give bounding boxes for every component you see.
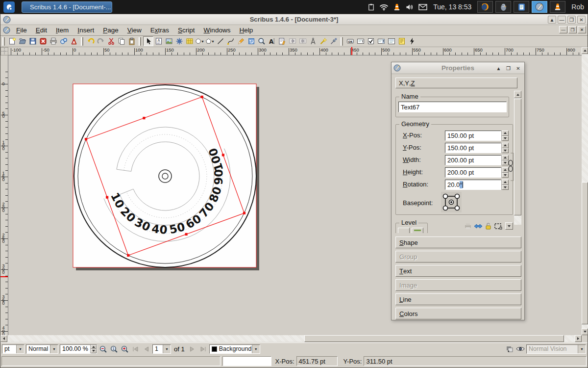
menu-windows[interactable]: Windows <box>200 26 235 35</box>
mdi-minimize-button[interactable]: — <box>559 26 567 33</box>
pidgin-icon[interactable] <box>495 1 511 13</box>
selection-handle[interactable] <box>222 154 224 156</box>
scribus-icon[interactable] <box>532 1 547 13</box>
new-document-icon[interactable] <box>7 36 17 46</box>
export-pdf-icon[interactable]: A <box>69 36 79 46</box>
pdf-text-field-icon[interactable] <box>355 36 366 46</box>
toolbar-handle[interactable] <box>81 37 83 46</box>
insert-image-frame-icon[interactable] <box>164 36 174 46</box>
paste-icon[interactable] <box>126 36 137 46</box>
insert-text-frame-icon[interactable]: A <box>153 36 164 46</box>
vision-combo[interactable]: Normal Vision▼ <box>526 344 586 354</box>
insert-bezier-curve-icon[interactable] <box>225 36 236 46</box>
next-page-icon[interactable] <box>188 344 197 354</box>
close-document-icon[interactable] <box>38 36 48 46</box>
geometry-input-ypos[interactable]: 150.00 pt <box>445 143 509 153</box>
lock-icon[interactable] <box>485 222 492 230</box>
previous-page-icon[interactable] <box>142 344 151 354</box>
vertical-scrollbar-thumb[interactable] <box>582 182 588 324</box>
toolbar-handle[interactable] <box>341 37 343 46</box>
taskbar-window-button[interactable]: Scribus 1.4.6 - [Document-... <box>22 1 112 13</box>
firefox-icon[interactable] <box>477 1 493 13</box>
volume-icon[interactable] <box>405 3 414 11</box>
close-icon[interactable]: ✕ <box>514 64 522 72</box>
insert-line-icon[interactable] <box>215 36 225 46</box>
eye-dropper-icon[interactable] <box>328 36 339 46</box>
geometry-input-width[interactable]: 200.00 pt <box>445 155 509 165</box>
pdf-link-annotation-icon[interactable] <box>407 36 417 46</box>
mdi-restore-button[interactable]: ❐ <box>568 26 577 33</box>
insert-render-frame-icon[interactable] <box>174 36 184 46</box>
menu-script[interactable]: Script <box>174 26 199 35</box>
section-shape[interactable]: Shape <box>395 237 521 248</box>
toolbar-handle[interactable] <box>2 37 5 46</box>
menu-view[interactable]: View <box>123 26 146 35</box>
horizontal-scrollbar-thumb[interactable] <box>304 335 564 342</box>
edit-contents-icon[interactable]: A <box>267 36 277 46</box>
vlc-cone-icon[interactable] <box>550 1 565 13</box>
vlc-icon[interactable] <box>393 3 401 11</box>
restore-button[interactable]: ❐ <box>567 16 576 24</box>
last-page-icon[interactable] <box>198 344 208 354</box>
zoom-100-icon[interactable]: 1 <box>109 344 119 354</box>
wifi-icon[interactable] <box>379 3 389 11</box>
preview-quality-icon[interactable] <box>505 344 514 354</box>
menu-page[interactable]: Page <box>99 26 122 35</box>
first-page-icon[interactable] <box>131 344 140 354</box>
basepoint-selector[interactable] <box>441 192 462 212</box>
zoom-level-spinbox[interactable]: 100.00 % <box>60 344 97 354</box>
pdf-push-button-icon[interactable]: OK <box>345 36 355 46</box>
print-document-icon[interactable] <box>48 36 58 46</box>
insert-table-icon[interactable] <box>184 36 195 46</box>
vertical-ruler[interactable]: 050100150200250300350400 <box>0 55 8 335</box>
selection-handle[interactable] <box>143 117 145 119</box>
selection-handle[interactable] <box>85 138 87 140</box>
measurements-icon[interactable] <box>308 36 318 46</box>
taskbar-clock[interactable]: Tue, 13 8:53 <box>433 3 471 11</box>
lock-size-icon[interactable] <box>494 223 502 230</box>
page-number-combo[interactable]: 1▼ <box>152 344 171 354</box>
selection-handle[interactable] <box>106 196 108 198</box>
clipboard-icon[interactable] <box>368 3 375 11</box>
scroll-up-button[interactable] <box>582 47 588 54</box>
menu-edit[interactable]: Edit <box>32 26 51 35</box>
ruler-origin-widget[interactable] <box>0 47 8 55</box>
preview-mode-eye-icon[interactable] <box>515 344 525 354</box>
menu-item[interactable]: Item <box>52 26 73 35</box>
section-line[interactable]: Line <box>395 293 521 305</box>
rotate-item-icon[interactable] <box>246 36 256 46</box>
pdf-check-box-icon[interactable] <box>366 36 376 46</box>
horizontal-ruler[interactable]: -100-50050100150200250300350400450500550… <box>8 47 582 55</box>
redo-icon[interactable] <box>96 36 106 46</box>
geometry-input-xpos[interactable]: 150.00 pt <box>445 131 509 141</box>
pdf-combo-box-icon[interactable] <box>376 36 386 46</box>
section-text[interactable]: Text <box>395 265 521 277</box>
maximize-icon[interactable]: ❐ <box>504 64 513 72</box>
pdf-text-annotation-icon[interactable] <box>396 36 407 46</box>
menu-extras[interactable]: Extras <box>147 26 173 35</box>
scroll-down-button[interactable] <box>582 328 588 335</box>
selection-handle[interactable] <box>201 96 203 98</box>
panel-scroll-up-button[interactable] <box>514 91 521 98</box>
geometry-input-rotation[interactable]: 20.0 ° <box>445 180 509 190</box>
menu-file[interactable]: File <box>12 26 31 35</box>
zoom-out-icon[interactable] <box>98 344 108 354</box>
copy-icon[interactable] <box>116 36 126 46</box>
mail-icon[interactable] <box>418 4 427 10</box>
printing-disabled-icon[interactable] <box>464 222 472 230</box>
quality-combo[interactable]: Normal▼ <box>26 344 58 354</box>
geometry-input-height[interactable]: 200.00 pt <box>445 167 509 178</box>
insert-polygon-icon[interactable]: ▼ <box>205 36 215 46</box>
insert-freehand-line-icon[interactable] <box>236 36 246 46</box>
insert-shape-icon[interactable]: ▼ <box>195 36 205 46</box>
zoom-tool-icon[interactable] <box>256 36 267 46</box>
scroll-right-button[interactable] <box>575 335 582 342</box>
close-button[interactable]: ✕ <box>577 16 586 24</box>
layer-combo[interactable]: Background▼ <box>209 344 260 354</box>
documents-icon[interactable] <box>514 1 529 13</box>
preflight-verifier-icon[interactable] <box>58 36 69 46</box>
menu-insert[interactable]: Insert <box>74 26 98 35</box>
copy-item-properties-icon[interactable] <box>318 36 328 46</box>
scroll-left-button[interactable] <box>0 335 7 342</box>
document-icon[interactable] <box>3 26 10 34</box>
